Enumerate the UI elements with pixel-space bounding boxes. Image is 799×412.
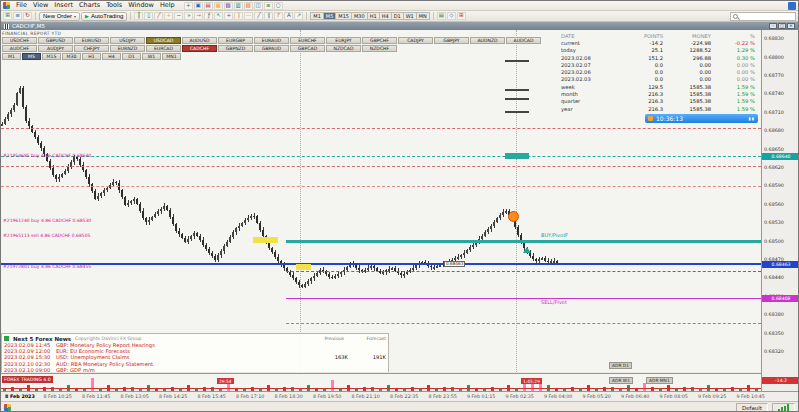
economic-calendar-icon[interactable]: ○ xyxy=(274,2,283,10)
timeframe-m5[interactable]: M5 xyxy=(324,12,337,20)
chart-window-titlebar[interactable]: CADCHF,M5 – □ ✕ xyxy=(1,22,798,30)
horizontal-level-line[interactable] xyxy=(286,323,761,324)
indicator-subwindow[interactable]: FOREX TRADING 4.0 29:541:45:29ADR W1ADR … xyxy=(1,373,761,391)
profile-cell[interactable]: Default xyxy=(736,403,768,412)
symbol-button-nzdchf[interactable]: NZDCHF xyxy=(362,45,397,52)
matrix-timeframe-d1[interactable]: D1 xyxy=(122,53,141,60)
data-window-icon[interactable]: ▦ xyxy=(214,2,223,10)
line-chart-icon[interactable]: ╱ xyxy=(154,12,163,20)
timeframe-h1[interactable]: H1 xyxy=(368,12,380,20)
crosshair-icon[interactable]: + xyxy=(224,12,233,20)
timeframe-m15[interactable]: M15 xyxy=(336,12,352,20)
matrix-timeframe-mn1[interactable]: MN1 xyxy=(162,53,181,60)
text-label-icon[interactable]: A xyxy=(284,12,293,20)
zoom-in-icon[interactable]: + xyxy=(164,12,173,20)
time-axis[interactable]: 8 Feb 20238 Feb 10:258 Feb 11:458 Feb 13… xyxy=(1,391,799,401)
timeframe-h4[interactable]: H4 xyxy=(380,12,392,20)
symbol-button-eurgbp[interactable]: EURGBP xyxy=(218,37,253,44)
timeframe-mn[interactable]: MN xyxy=(417,12,430,20)
symbol-search[interactable] xyxy=(730,12,796,21)
news-row[interactable]: 2023.02.10 09:00GBP: GDP m/m xyxy=(4,367,386,372)
connection-icon[interactable] xyxy=(788,2,796,10)
symbol-button-gbpnzd[interactable]: GBPNZD xyxy=(218,45,253,52)
symbol-button-eurcad[interactable]: EURCAD xyxy=(146,45,181,52)
new-chart-icon[interactable]: + xyxy=(184,2,193,10)
symbol-button-gbpaud[interactable]: GBPAUD xyxy=(254,45,289,52)
symbol-button-chfjpy[interactable]: CHFJPY xyxy=(74,45,109,52)
symbol-button-euraud[interactable]: EURAUD xyxy=(254,37,289,44)
tile-windows-icon[interactable]: ⊞ xyxy=(457,12,466,20)
matrix-timeframe-m30[interactable]: M30 xyxy=(62,53,81,60)
pending-level-segment[interactable] xyxy=(505,89,529,91)
depth-of-market-icon[interactable]: ≡ xyxy=(264,2,273,10)
horizontal-level-line[interactable] xyxy=(286,271,761,272)
chart-shift-icon[interactable]: → xyxy=(194,12,203,20)
symbol-button-audjpy[interactable]: AUDJPY xyxy=(38,45,73,52)
horizontal-level-line[interactable] xyxy=(1,263,761,265)
indicators-icon[interactable]: ƒ xyxy=(204,12,213,20)
symbol-button-eurjpy[interactable]: EURJPY xyxy=(326,37,361,44)
news-row[interactable]: 2023.02.09 15:30USD: Unemployment Claims… xyxy=(4,354,386,360)
arrow-tools-icon[interactable]: ↗ xyxy=(294,12,303,20)
fibonacci-icon[interactable]: F xyxy=(274,12,283,20)
horizontal-level-line[interactable] xyxy=(1,186,761,187)
symbol-button-gbpcad[interactable]: GBPCAD xyxy=(290,45,325,52)
horizontal-level-line[interactable] xyxy=(286,240,761,243)
symbol-button-audnzd[interactable]: AUDNZD xyxy=(470,37,505,44)
matrix-timeframe-m15[interactable]: M15 xyxy=(42,53,61,60)
timeframe-d1[interactable]: D1 xyxy=(392,12,404,20)
horizontal-level-line[interactable] xyxy=(286,298,761,299)
price-axis[interactable]: 0.688300.688000.687700.687400.687100.686… xyxy=(761,30,799,391)
new-order-button[interactable]: New Order ▾ xyxy=(39,12,80,21)
symbol-button-gbpjpy[interactable]: GBPJPY xyxy=(434,37,469,44)
symbol-button-usdjpy[interactable]: USDJPY xyxy=(110,37,145,44)
menu-item-insert[interactable]: Insert xyxy=(51,1,76,10)
channel-icon[interactable]: ∥ xyxy=(264,12,273,20)
market-watch-icon[interactable]: ▤ xyxy=(204,2,213,10)
toolbox-icon[interactable]: ▥ xyxy=(234,2,243,10)
timeframe-m30[interactable]: M30 xyxy=(352,12,368,20)
strategy-tester-icon[interactable]: ▨ xyxy=(244,2,253,10)
matrix-timeframe-h1[interactable]: H1 xyxy=(82,53,101,60)
symbol-button-gbpchf[interactable]: GBPCHF xyxy=(362,37,397,44)
charts-grid-icon[interactable]: ⊞ xyxy=(3,12,12,20)
vertical-line-icon[interactable]: | xyxy=(234,12,243,20)
window-list-icon[interactable]: ≡ xyxy=(13,12,22,20)
candles-icon[interactable]: ▯ xyxy=(144,12,153,20)
symbol-button-nzdcad[interactable]: NZDCAD xyxy=(326,45,361,52)
pending-level-segment[interactable] xyxy=(505,111,529,113)
objects-icon[interactable]: ◇ xyxy=(447,12,456,20)
close-icon[interactable]: ✕ xyxy=(787,23,795,29)
matrix-timeframe-m5[interactable]: M5 xyxy=(22,53,41,60)
search-input[interactable] xyxy=(741,13,793,19)
symbol-button-eurnzd[interactable]: EURNZD xyxy=(110,45,145,52)
zoom-out-icon[interactable]: − xyxy=(174,12,183,20)
symbol-button-audchf[interactable]: AUDCHF xyxy=(2,45,37,52)
trendline-icon[interactable]: ╱ xyxy=(254,12,263,20)
pending-level-segment[interactable] xyxy=(505,98,529,100)
horizontal-level-line[interactable] xyxy=(1,156,761,157)
auto-scroll-icon[interactable]: » xyxy=(184,12,193,20)
menu-item-file[interactable]: File xyxy=(13,1,30,10)
menu-item-charts[interactable]: Charts xyxy=(76,1,103,10)
profiles-icon[interactable]: ▣ xyxy=(194,2,203,10)
menu-item-window[interactable]: Window xyxy=(125,1,157,10)
matrix-timeframe-m1[interactable]: M1 xyxy=(2,53,21,60)
refresh-icon[interactable]: ↻ xyxy=(23,12,32,20)
cursor-icon[interactable]: ↖ xyxy=(214,12,223,20)
symbol-button-cadjpy[interactable]: CADJPY xyxy=(398,37,433,44)
timeframe-m1[interactable]: M1 xyxy=(310,12,324,20)
menu-item-view[interactable]: View xyxy=(30,1,51,10)
matrix-timeframe-h4[interactable]: H4 xyxy=(102,53,121,60)
symbol-button-eurchf[interactable]: EURCHF xyxy=(290,37,325,44)
restore-icon[interactable]: □ xyxy=(778,23,786,29)
new-order-icon[interactable]: ◫ xyxy=(254,2,263,10)
symbol-button-eurusd[interactable]: EURUSD xyxy=(74,37,109,44)
horizontal-level-line[interactable] xyxy=(1,128,761,129)
templates-icon[interactable]: ▤ xyxy=(437,12,446,20)
menu-item-tools[interactable]: Tools xyxy=(103,1,125,10)
symbol-button-usdchf[interactable]: USDCHF xyxy=(2,37,37,44)
matrix-timeframe-w1[interactable]: W1 xyxy=(142,53,161,60)
symbol-button-usdcad[interactable]: USDCAD xyxy=(146,37,181,44)
symbol-button-audcad[interactable]: AUDCAD xyxy=(506,37,541,44)
